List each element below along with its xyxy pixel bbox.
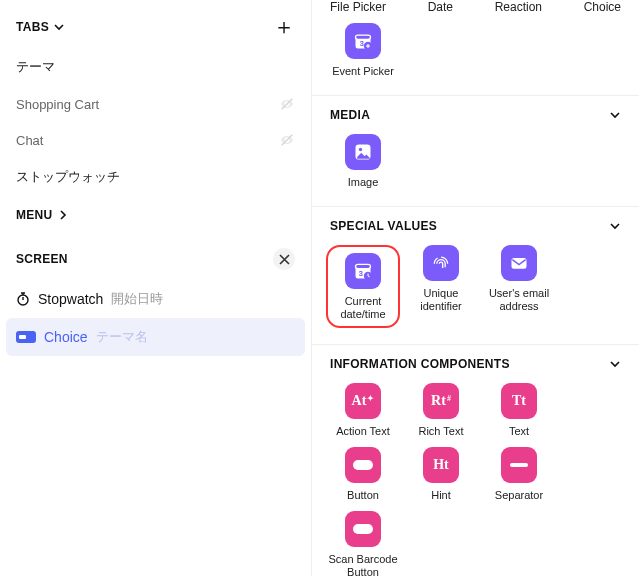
add-tab-button[interactable]: ＋ xyxy=(273,16,295,38)
section-header[interactable]: INFORMATION COMPONENTS xyxy=(312,345,639,383)
tab-label: テーマ xyxy=(16,58,55,76)
comp-action-text[interactable]: At✦ Action Text xyxy=(326,383,400,439)
mail-icon xyxy=(501,245,537,281)
section-media: MEDIA Image xyxy=(312,95,639,206)
chevron-right-icon xyxy=(57,209,69,221)
tabs-collapse[interactable]: TABS xyxy=(16,20,65,34)
section-title: INFORMATION COMPONENTS xyxy=(330,357,510,371)
comp-reaction[interactable]: Reaction xyxy=(495,0,542,15)
section-grid: At✦ Action Text Rt# Rich Text Tt Text Bu… xyxy=(312,383,639,576)
comp-label: Image xyxy=(348,176,379,190)
calendar-plus-icon: 3 xyxy=(345,23,381,59)
chevron-down-icon xyxy=(609,220,621,232)
comp-current-datetime[interactable]: 3 Current date/time xyxy=(326,245,400,329)
button-icon xyxy=(345,511,381,547)
comp-file-picker[interactable]: File Picker xyxy=(330,0,386,15)
svg-text:3: 3 xyxy=(359,269,363,278)
stopwatch-icon xyxy=(16,292,30,306)
choice-icon xyxy=(16,331,36,343)
comp-label: Choice xyxy=(584,0,621,15)
screen-header: SCREEN xyxy=(6,236,305,280)
comp-label: Scan Barcode Button xyxy=(326,553,400,577)
right-panel: File Picker Date Reaction Choice 3 Event… xyxy=(312,0,639,576)
comp-scan-barcode[interactable]: Scan Barcode Button xyxy=(326,511,400,577)
comp-image[interactable]: Image xyxy=(326,134,400,190)
screen-item-sub: 開始日時 xyxy=(111,290,163,308)
screen-item-sub: テーマ名 xyxy=(96,328,148,346)
screen-label: SCREEN xyxy=(16,252,68,266)
section-title: MEDIA xyxy=(330,108,370,122)
chevron-down-icon xyxy=(609,358,621,370)
minus-icon xyxy=(501,447,537,483)
section-grid: Image xyxy=(312,134,639,206)
svg-rect-11 xyxy=(512,258,527,269)
svg-text:3: 3 xyxy=(360,39,364,48)
svg-rect-13 xyxy=(510,463,528,467)
comp-label: Text xyxy=(509,425,529,439)
tabs-label: TABS xyxy=(16,20,49,34)
rich-text-icon: Rt# xyxy=(423,383,459,419)
chevron-down-icon xyxy=(53,21,65,33)
comp-label: Button xyxy=(347,489,379,503)
section-grid: 3 Current date/time Unique identifier Us… xyxy=(312,245,639,345)
tab-item-shopping-cart[interactable]: Shopping Cart xyxy=(6,86,305,122)
chevron-down-icon xyxy=(609,109,621,121)
svg-rect-14 xyxy=(353,524,373,534)
image-icon xyxy=(345,134,381,170)
comp-rich-text[interactable]: Rt# Rich Text xyxy=(404,383,478,439)
tab-label: Chat xyxy=(16,133,43,148)
eye-off-icon xyxy=(279,96,295,112)
comp-label: Unique identifier xyxy=(404,287,478,315)
section-title: SPECIAL VALUES xyxy=(330,219,437,233)
section-header[interactable]: MEDIA xyxy=(312,96,639,134)
screen-item-choice[interactable]: Choice テーマ名 xyxy=(6,318,305,356)
comp-date[interactable]: Date xyxy=(428,0,453,15)
tab-item-theme[interactable]: テーマ xyxy=(6,48,305,86)
comp-button[interactable]: Button xyxy=(326,447,400,503)
tab-item-stopwatch[interactable]: ストップウォッチ xyxy=(6,158,305,196)
screen-item-main: Stopwatch xyxy=(38,291,103,307)
svg-point-6 xyxy=(359,148,362,151)
comp-label: Date xyxy=(428,0,453,15)
section-information-components: INFORMATION COMPONENTS At✦ Action Text R… xyxy=(312,344,639,576)
section-special-values: SPECIAL VALUES 3 Current date/time Uniqu… xyxy=(312,206,639,345)
comp-label: File Picker xyxy=(330,0,386,15)
left-panel: TABS ＋ テーマ Shopping Cart Chat ストップウォッチ M… xyxy=(0,0,312,576)
menu-label: MENU xyxy=(16,208,53,222)
fingerprint-icon xyxy=(423,245,459,281)
comp-unique-identifier[interactable]: Unique identifier xyxy=(404,245,478,329)
top-row: File Picker Date Reaction Choice xyxy=(312,0,639,23)
close-icon xyxy=(279,254,290,265)
section-header[interactable]: SPECIAL VALUES xyxy=(312,207,639,245)
comp-label: Current date/time xyxy=(330,295,396,323)
comp-label: Rich Text xyxy=(418,425,463,439)
comp-label: User's email address xyxy=(482,287,556,315)
comp-event-picker[interactable]: 3 Event Picker xyxy=(326,23,400,79)
svg-rect-8 xyxy=(356,264,371,268)
text-icon: Tt xyxy=(501,383,537,419)
hint-icon: Ht xyxy=(423,447,459,483)
close-button[interactable] xyxy=(273,248,295,270)
tab-label: ストップウォッチ xyxy=(16,168,120,186)
event-picker-row: 3 Event Picker xyxy=(312,23,639,95)
svg-rect-12 xyxy=(353,460,373,470)
tabs-header: TABS ＋ xyxy=(6,10,305,48)
button-icon xyxy=(345,447,381,483)
comp-label: Reaction xyxy=(495,0,542,15)
comp-choice[interactable]: Choice xyxy=(584,0,621,15)
comp-user-email[interactable]: User's email address xyxy=(482,245,556,329)
comp-label: Event Picker xyxy=(332,65,394,79)
comp-label: Separator xyxy=(495,489,543,503)
screen-item-stopwatch[interactable]: Stopwatch 開始日時 xyxy=(6,280,305,318)
eye-off-icon xyxy=(279,132,295,148)
comp-label: Hint xyxy=(431,489,451,503)
calendar-clock-icon: 3 xyxy=(345,253,381,289)
comp-hint[interactable]: Ht Hint xyxy=(404,447,478,503)
menu-collapse[interactable]: MENU xyxy=(6,196,305,236)
tab-label: Shopping Cart xyxy=(16,97,99,112)
tab-item-chat[interactable]: Chat xyxy=(6,122,305,158)
comp-separator[interactable]: Separator xyxy=(482,447,556,503)
action-text-icon: At✦ xyxy=(345,383,381,419)
comp-label: Action Text xyxy=(336,425,390,439)
comp-text[interactable]: Tt Text xyxy=(482,383,556,439)
